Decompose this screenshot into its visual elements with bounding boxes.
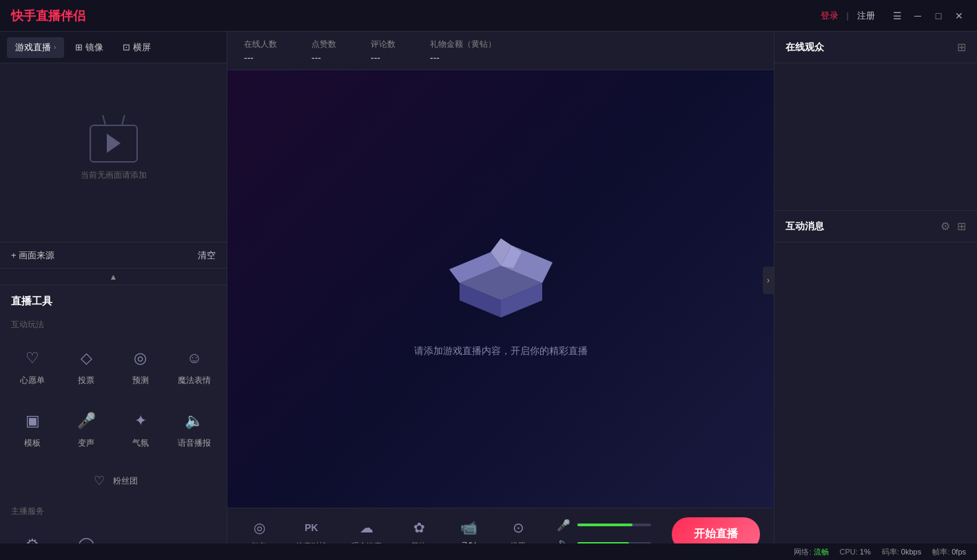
tool-atmosphere[interactable]: ✦ 气氛 bbox=[114, 400, 167, 457]
predict-label: 预测 bbox=[132, 375, 149, 386]
voice-broadcast-label: 语音播报 bbox=[178, 437, 211, 449]
stat-online: 在线人数 --- bbox=[244, 39, 277, 63]
online-viewers-expand-icon[interactable]: ⊞ bbox=[957, 41, 966, 54]
left-panel: 游戏直播 › ⊞ 镜像 ⊡ 横屏 当前无画面请添加 bbox=[0, 32, 227, 560]
stat-gifts-value: --- bbox=[430, 52, 496, 63]
magic-face-label: 魔法表情 bbox=[178, 375, 211, 386]
audience-link-icon: ☁ bbox=[357, 518, 376, 537]
network-label: 网络: bbox=[794, 547, 811, 557]
atmosphere-label: 气氛 bbox=[132, 437, 149, 449]
messages-title: 互动消息 bbox=[785, 220, 824, 233]
mic-icon: 🎤 bbox=[557, 519, 570, 532]
clear-button[interactable]: 清空 bbox=[198, 249, 216, 262]
add-source-label: + 画面来源 bbox=[11, 249, 54, 262]
fps-value: 0fps bbox=[952, 548, 966, 556]
title-right: 登录 | 注册 ☰ ─ □ ✕ bbox=[821, 10, 966, 22]
mic-volume-bar[interactable] bbox=[577, 523, 651, 526]
play-triangle-icon bbox=[107, 134, 121, 153]
restore-button[interactable]: □ bbox=[932, 10, 945, 21]
right-panel: 在线观众 ⊞ 互动消息 ⚙ ⊞ › bbox=[774, 32, 977, 560]
voice-broadcast-icon: 🔈 bbox=[182, 408, 207, 433]
stat-likes-label: 点赞数 bbox=[311, 39, 336, 50]
stat-likes-value: --- bbox=[311, 52, 336, 63]
main-layout: 游戏直播 › ⊞ 镜像 ⊡ 横屏 当前无画面请添加 bbox=[0, 32, 977, 560]
video-preview: 请添加游戏直播内容，开启你的精彩直播 bbox=[227, 70, 774, 508]
interactive-section-label: 互动玩法 bbox=[0, 313, 227, 335]
tv-body bbox=[90, 125, 138, 163]
tool-magic-face[interactable]: ☺ 魔法表情 bbox=[167, 338, 221, 395]
toolbar-tabs: 游戏直播 › ⊞ 镜像 ⊡ 横屏 bbox=[0, 32, 227, 63]
stat-comments-value: --- bbox=[371, 52, 395, 63]
vote-icon: ◇ bbox=[74, 346, 99, 371]
fans-label: 粉丝团 bbox=[113, 475, 138, 487]
mic-volume-row: 🎤 bbox=[557, 519, 651, 532]
close-button[interactable]: ✕ bbox=[952, 10, 966, 21]
tools-grid-row1: ♡ 心愿单 ◇ 投票 ◎ 预测 ☺ 魔法表情 bbox=[0, 335, 227, 397]
minimize-button[interactable]: ─ bbox=[911, 10, 925, 21]
landscape-icon: ⊡ bbox=[123, 42, 130, 52]
collapse-row[interactable]: ▲ bbox=[0, 269, 227, 285]
stat-likes: 点赞数 --- bbox=[311, 39, 336, 63]
messages-expand-icon[interactable]: ⊞ bbox=[957, 220, 966, 233]
stat-gifts-label: 礼物金额（黄钻） bbox=[430, 39, 496, 50]
menu-icon[interactable]: ☰ bbox=[890, 10, 904, 21]
template-icon: ▣ bbox=[20, 408, 45, 433]
add-source-button[interactable]: + 画面来源 bbox=[11, 249, 54, 262]
voice-label: 变声 bbox=[78, 437, 94, 449]
mic-volume-fill bbox=[577, 523, 633, 526]
titlebar: 快手直播伴侣 登录 | 注册 ☰ ─ □ ✕ bbox=[0, 0, 977, 32]
tool-voice[interactable]: 🎤 变声 bbox=[59, 400, 113, 457]
app-title: 快手直播伴侣 bbox=[11, 8, 85, 24]
pk-icon: PK bbox=[302, 518, 321, 537]
tools-grid-row2: ▣ 模板 🎤 变声 ✦ 气氛 🔈 语音播报 bbox=[0, 397, 227, 460]
vote-label: 投票 bbox=[78, 375, 94, 386]
preview-hint: 请添加游戏直播内容，开启你的精彩直播 bbox=[414, 345, 588, 357]
online-viewers-title: 在线观众 bbox=[785, 41, 824, 54]
source-controls: + 画面来源 清空 bbox=[0, 242, 227, 269]
status-bar: 网络: 流畅 CPU: 1% 码率: 0kbps 帧率: 0fps bbox=[0, 543, 977, 560]
tool-predict[interactable]: ◎ 预测 bbox=[114, 338, 167, 395]
preview-area: 当前无画面请添加 bbox=[0, 63, 227, 242]
tab-mirror[interactable]: ⊞ 镜像 bbox=[67, 37, 112, 58]
bitrate-value: 0kbps bbox=[901, 548, 921, 556]
tool-wishlist[interactable]: ♡ 心愿单 bbox=[6, 338, 59, 395]
tab-landscape-label: 横屏 bbox=[133, 41, 151, 54]
tab-mirror-label: 镜像 bbox=[85, 41, 103, 54]
cpu-label: CPU: bbox=[840, 548, 858, 556]
status-network: 网络: 流畅 bbox=[794, 547, 828, 557]
mirror-icon: ⊞ bbox=[75, 42, 83, 52]
tab-game-live[interactable]: 游戏直播 › bbox=[7, 37, 64, 58]
template-label: 模板 bbox=[24, 437, 41, 449]
fps-label: 帧率: bbox=[932, 547, 949, 557]
preview-tv-icon bbox=[90, 125, 138, 163]
chevron-icon: › bbox=[54, 43, 56, 51]
bitrate-label: 码率: bbox=[882, 547, 899, 557]
tool-template[interactable]: ▣ 模板 bbox=[6, 400, 59, 457]
stat-online-label: 在线人数 bbox=[244, 39, 277, 50]
tab-landscape[interactable]: ⊡ 横屏 bbox=[114, 37, 159, 58]
tool-voice-broadcast[interactable]: 🔈 语音播报 bbox=[167, 400, 221, 457]
wishlist-label: 心愿单 bbox=[20, 375, 45, 386]
tool-vote[interactable]: ◇ 投票 bbox=[59, 338, 113, 395]
wishlist-icon: ♡ bbox=[20, 346, 45, 371]
messages-header: 互动消息 ⚙ ⊞ bbox=[774, 211, 977, 242]
live-tools-title: 直播工具 bbox=[0, 285, 227, 313]
register-button[interactable]: 注册 bbox=[857, 10, 875, 22]
login-button[interactable]: 登录 bbox=[821, 10, 839, 22]
status-bitrate: 码率: 0kbps bbox=[882, 547, 921, 557]
record-icon: 📹 bbox=[459, 518, 478, 537]
settings-icon: ⊙ bbox=[508, 518, 528, 537]
predict-icon: ◎ bbox=[128, 346, 153, 371]
redpacket-icon: ◎ bbox=[249, 518, 269, 537]
host-service-label: 主播服务 bbox=[0, 500, 227, 521]
fans-icon: ♡ bbox=[90, 471, 109, 490]
messages-settings-icon[interactable]: ⚙ bbox=[940, 220, 950, 233]
fans-section: ♡ 粉丝团 bbox=[0, 460, 227, 500]
tool-fans[interactable]: ♡ 粉丝团 bbox=[11, 466, 216, 496]
live-tools: 直播工具 互动玩法 ♡ 心愿单 ◇ 投票 ◎ 预测 ☺ 魔法表情 bbox=[0, 285, 227, 560]
separator: | bbox=[847, 10, 849, 21]
voice-icon: 🎤 bbox=[74, 408, 99, 433]
box-illustration bbox=[432, 221, 570, 331]
interactive-messages-panel: 互动消息 ⚙ ⊞ bbox=[774, 211, 977, 560]
right-collapse-button[interactable]: › bbox=[763, 267, 774, 294]
